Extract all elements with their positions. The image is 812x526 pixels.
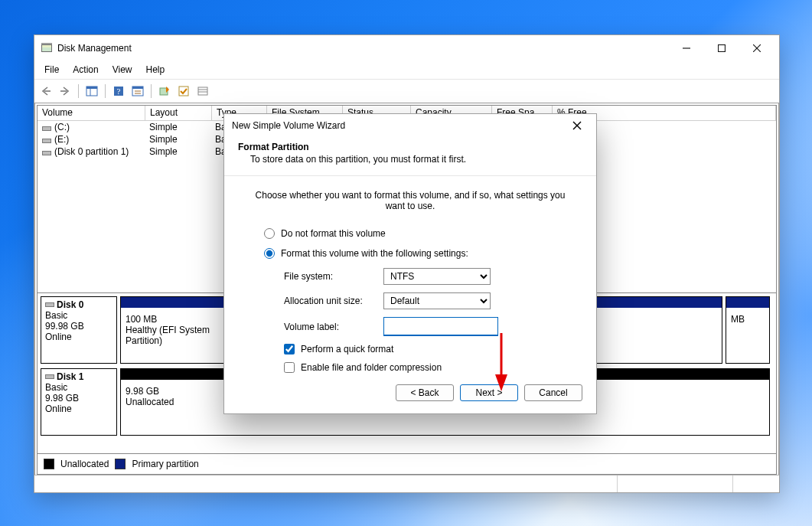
- svg-rect-27: [43, 152, 51, 155]
- toolbar: ?: [34, 79, 779, 103]
- dialog-header: Format Partition To store data on this p…: [224, 137, 596, 176]
- legend: Unallocated Primary partition: [37, 454, 777, 475]
- radio-do-not-format-input[interactable]: [264, 228, 275, 239]
- svg-rect-25: [43, 139, 51, 142]
- file-system-select[interactable]: NTFS: [383, 268, 491, 285]
- checkbox-compression[interactable]: Enable file and folder compression: [284, 362, 573, 373]
- cancel-button[interactable]: Cancel: [524, 384, 582, 401]
- legend-swatch-unalloc: [44, 459, 54, 469]
- menu-file[interactable]: File: [38, 63, 66, 77]
- radio-format-input[interactable]: [264, 248, 275, 259]
- dialog-title: New Simple Volume Wizard: [232, 120, 345, 131]
- menu-help[interactable]: Help: [139, 63, 172, 77]
- new-simple-volume-wizard: New Simple Volume Wizard Format Partitio…: [223, 113, 597, 414]
- checkbox-compression-input[interactable]: [284, 362, 295, 373]
- disk-name: Disk 1: [57, 371, 83, 382]
- checkbox-quick-format[interactable]: Perform a quick format: [284, 344, 573, 354]
- svg-rect-9: [86, 87, 97, 89]
- svg-rect-3: [41, 43, 52, 44]
- nav-back-button[interactable]: [38, 83, 54, 100]
- maximize-button[interactable]: [704, 35, 739, 61]
- svg-rect-14: [132, 87, 143, 89]
- svg-rect-2: [42, 45, 51, 47]
- drive-icon: [42, 123, 51, 131]
- svg-rect-18: [179, 87, 188, 96]
- checkbox-quick-format-input[interactable]: [284, 344, 295, 354]
- close-button[interactable]: [739, 35, 774, 61]
- dialog-titlebar[interactable]: New Simple Volume Wizard: [224, 114, 596, 137]
- legend-label-primary: Primary partition: [132, 459, 198, 469]
- dialog-close-button[interactable]: [566, 114, 589, 137]
- drive-icon: [42, 136, 51, 143]
- minimize-button[interactable]: [669, 35, 704, 61]
- volume-label-input[interactable]: [383, 317, 498, 336]
- menu-view[interactable]: View: [106, 63, 139, 77]
- disk-info: Disk 0 Basic 99.98 GB Online: [41, 296, 117, 364]
- col-volume[interactable]: Volume: [38, 106, 145, 121]
- wizard-heading: Format Partition: [238, 142, 582, 152]
- col-layout[interactable]: Layout: [145, 106, 212, 121]
- action-button-2[interactable]: [175, 83, 192, 100]
- window-title: Disk Management: [57, 43, 132, 54]
- back-button[interactable]: < Back: [396, 384, 454, 401]
- next-button[interactable]: Next >: [460, 384, 518, 401]
- action-button-1[interactable]: [156, 83, 173, 100]
- wizard-intro: Choose whether you want to format this v…: [247, 190, 573, 211]
- svg-rect-19: [198, 87, 207, 95]
- menu-action[interactable]: Action: [66, 63, 105, 77]
- nav-forward-button[interactable]: [57, 83, 73, 100]
- label-volume-label: Volume label:: [284, 322, 383, 332]
- legend-swatch-primary: [115, 459, 126, 469]
- label-file-system: File system:: [284, 271, 383, 282]
- partition[interactable]: MB: [726, 296, 770, 364]
- drive-icon: [42, 148, 51, 155]
- show-hide-tree-button[interactable]: [83, 83, 100, 100]
- help-button[interactable]: ?: [110, 83, 127, 100]
- statusbar: [34, 475, 779, 492]
- volume-name: (Disk 0 partition 1): [54, 145, 129, 158]
- disk-name: Disk 0: [57, 299, 83, 310]
- svg-rect-5: [719, 45, 726, 52]
- svg-rect-29: [46, 303, 54, 306]
- svg-rect-23: [43, 127, 51, 130]
- allocation-unit-select[interactable]: Default: [383, 292, 491, 309]
- wizard-subheading: To store data on this partition, you mus…: [238, 154, 582, 165]
- svg-text:?: ?: [117, 87, 121, 96]
- disk-icon: [45, 372, 54, 380]
- legend-label-unalloc: Unallocated: [60, 459, 109, 469]
- svg-rect-31: [46, 375, 54, 378]
- action-button-3[interactable]: [194, 83, 211, 100]
- settings-button[interactable]: [129, 83, 146, 100]
- volume-name: (E:): [54, 133, 69, 145]
- app-icon: [41, 42, 53, 54]
- label-allocation-unit: Allocation unit size:: [284, 296, 383, 306]
- partition[interactable]: 100 MB Healthy (EFI System Partition): [120, 296, 225, 364]
- disk-info: Disk 1 Basic 9.98 GB Online: [41, 368, 117, 436]
- titlebar[interactable]: Disk Management: [34, 35, 779, 61]
- radio-format[interactable]: Format this volume with the following se…: [264, 248, 573, 259]
- volume-name: (C:): [54, 121, 70, 133]
- disk-icon: [45, 300, 54, 308]
- menubar: File Action View Help: [34, 61, 779, 79]
- radio-do-not-format[interactable]: Do not format this volume: [264, 228, 573, 239]
